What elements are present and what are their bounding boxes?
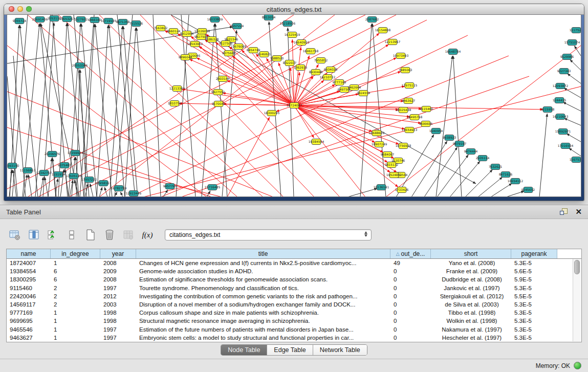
table-select-dropdown[interactable]: citations_edges.txt bbox=[165, 229, 372, 240]
graph-node[interactable]: 18543962 bbox=[187, 41, 203, 47]
graph-node[interactable]: 12923446 bbox=[126, 191, 142, 196]
table-cell[interactable]: 2008 bbox=[100, 260, 136, 266]
table-cell[interactable]: 5.5E-5 bbox=[511, 293, 557, 299]
table-cell[interactable]: 2003 bbox=[100, 301, 136, 308]
table-cell[interactable]: 0 bbox=[390, 301, 431, 308]
table-settings-icon[interactable] bbox=[8, 228, 21, 242]
zoom-button[interactable] bbox=[26, 6, 32, 12]
table-cell[interactable]: 5.3E-5 bbox=[511, 285, 557, 291]
graph-node[interactable]: 9684067 bbox=[381, 152, 395, 158]
table-cell[interactable]: 22420046 bbox=[7, 293, 51, 299]
table-row[interactable]: 946554611997Estimation of the future num… bbox=[7, 325, 581, 334]
graph-node[interactable]: 17975115 bbox=[402, 83, 418, 89]
table-row[interactable]: 1872400712008Changes of HCN gene express… bbox=[7, 259, 581, 267]
graph-node[interactable]: 8930448 bbox=[309, 70, 323, 75]
graph-node[interactable]: 9146821 bbox=[257, 52, 271, 57]
graph-node[interactable]: 6934028 bbox=[324, 67, 338, 73]
graph-node[interactable]: 16210643 bbox=[553, 114, 569, 120]
table-cell[interactable]: 1997 bbox=[100, 326, 136, 333]
vertical-scrollbar[interactable] bbox=[573, 259, 581, 341]
graph-node[interactable]: 9227343 bbox=[557, 69, 571, 74]
graph-node[interactable]: 2935114 bbox=[476, 156, 490, 161]
citation-graph[interactable]: 1872400718300295716382296601248912954182… bbox=[7, 15, 581, 196]
graph-node[interactable]: 9355724 bbox=[13, 18, 27, 24]
table-cell[interactable]: 0 bbox=[390, 318, 431, 324]
table-cell[interactable]: 9115460 bbox=[7, 285, 51, 291]
graph-node[interactable]: 10958167 bbox=[96, 181, 112, 186]
graph-node[interactable]: 8215958 bbox=[541, 107, 555, 113]
graph-node[interactable]: 18300295 bbox=[264, 111, 280, 116]
graph-node[interactable]: 10653267 bbox=[59, 16, 75, 22]
table-cell[interactable]: 1998 bbox=[100, 318, 136, 324]
table-cell[interactable]: Tourette syndrome. Phenomenology and cla… bbox=[136, 285, 390, 291]
graph-node[interactable]: 7462664 bbox=[347, 85, 361, 91]
column-header-name[interactable]: name bbox=[7, 249, 51, 258]
graph-node[interactable]: 19384554 bbox=[309, 139, 324, 145]
scrollbar-thumb[interactable] bbox=[574, 260, 580, 274]
table-cell[interactable]: 1 bbox=[51, 310, 100, 316]
table-cell[interactable]: 2009 bbox=[100, 268, 136, 274]
graph-node[interactable]: 7955812 bbox=[314, 58, 328, 63]
memory-ok-led-icon[interactable] bbox=[574, 362, 581, 369]
graph-node[interactable]: 9375487 bbox=[58, 163, 72, 168]
table-cell[interactable]: 1 bbox=[51, 326, 100, 333]
column-header-short[interactable]: short bbox=[431, 249, 511, 258]
window-titlebar[interactable]: citations_edges.txt bbox=[4, 4, 584, 15]
table-cell[interactable]: 0 bbox=[390, 268, 431, 274]
graph-node[interactable]: 3824554 bbox=[357, 91, 371, 96]
row-height-icon[interactable] bbox=[65, 228, 78, 242]
graph-node[interactable]: 9777169 bbox=[333, 80, 346, 85]
table-cell[interactable]: 18724007 bbox=[7, 260, 51, 266]
table-cell[interactable]: 0 bbox=[390, 326, 431, 333]
graph-node[interactable]: 1117529 bbox=[570, 28, 581, 33]
table-cell[interactable]: 1997 bbox=[100, 335, 136, 341]
graph-node[interactable]: 11156863 bbox=[20, 168, 36, 173]
graph-node[interactable]: 10654112 bbox=[508, 179, 524, 184]
close-button[interactable] bbox=[9, 6, 14, 12]
table-cell[interactable]: Hescheler et al. (1997) bbox=[431, 335, 511, 341]
table-cell[interactable]: 0 bbox=[390, 293, 431, 299]
table-cell[interactable]: Dudbridge et al. (2008) bbox=[431, 276, 511, 282]
table-cell[interactable]: Changes of HCN gene expression and I(f) … bbox=[136, 260, 390, 266]
graph-node[interactable]: 8671358 bbox=[116, 19, 130, 25]
graph-node[interactable]: 9879197 bbox=[453, 141, 467, 147]
table-cell[interactable]: 5.9E-5 bbox=[511, 276, 557, 282]
graph-node[interactable]: 7632621 bbox=[489, 164, 503, 170]
table-cell[interactable]: 0 bbox=[390, 285, 431, 291]
table-row[interactable]: 1830029562008Estimation of significance … bbox=[7, 275, 581, 283]
graph-node[interactable]: 17016504 bbox=[558, 143, 574, 149]
network-canvas[interactable]: 1872400718300295716382296601248912954182… bbox=[7, 15, 581, 196]
table-cell[interactable]: 5.3E-5 bbox=[511, 326, 557, 333]
graph-node[interactable]: 1527602 bbox=[74, 17, 88, 23]
column-header-year[interactable]: year bbox=[100, 249, 136, 258]
column-header-pagerank[interactable]: pagerank bbox=[511, 249, 557, 258]
table-cell[interactable]: 2 bbox=[51, 285, 100, 291]
graph-node[interactable]: 9660124 bbox=[167, 29, 181, 34]
graph-node[interactable]: 9170041 bbox=[212, 101, 226, 107]
table-cell[interactable]: 14569117 bbox=[7, 301, 51, 308]
graph-node[interactable]: 15218506 bbox=[280, 21, 296, 27]
select-rows-icon[interactable] bbox=[46, 228, 59, 242]
table-cell[interactable]: 6 bbox=[51, 276, 100, 282]
table-cell[interactable]: Nakamura et al. (1997) bbox=[431, 326, 511, 333]
graph-node[interactable]: 9115460 bbox=[420, 106, 433, 112]
table-cell[interactable]: Disruption of a novel member of a sodium… bbox=[136, 301, 390, 308]
tab-node-table[interactable]: Node Table bbox=[221, 345, 267, 355]
graph-node[interactable]: 9393150 bbox=[7, 163, 19, 169]
column-header-title[interactable]: title bbox=[136, 249, 390, 258]
table-cell[interactable]: 1 bbox=[51, 260, 100, 266]
table-cell[interactable]: 9465546 bbox=[7, 326, 51, 333]
graph-node[interactable]: 12213369 bbox=[169, 86, 185, 92]
table-row[interactable]: 946362711997Embryonic stem cells: a mode… bbox=[7, 334, 581, 342]
delete-table-icon[interactable] bbox=[103, 228, 116, 242]
graph-node[interactable]: 10688609 bbox=[369, 130, 385, 136]
table-cell[interactable]: 5.3E-5 bbox=[511, 335, 557, 341]
table-cell[interactable]: 9463627 bbox=[7, 335, 51, 341]
table-cell[interactable]: 2 bbox=[51, 301, 100, 308]
table-cell[interactable]: 1 bbox=[51, 335, 100, 341]
table-cell[interactable]: Estimation of significance thresholds fo… bbox=[136, 276, 390, 282]
table-row[interactable]: 1938455462009Genome-wide association stu… bbox=[7, 267, 581, 275]
graph-node[interactable]: 7485063 bbox=[399, 68, 412, 73]
table-cell[interactable]: Tibbo et al. (1998) bbox=[431, 310, 511, 316]
table-cell[interactable]: 5.3E-5 bbox=[511, 318, 557, 324]
